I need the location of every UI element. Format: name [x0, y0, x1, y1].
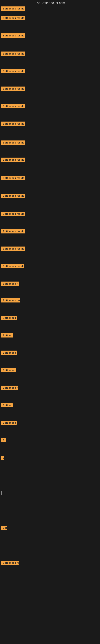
- bottleneck-item: Bottleneck result: [1, 212, 25, 217]
- bottleneck-item: Bottleneck: [1, 350, 17, 356]
- bottleneck-item: Bottleneck result: [1, 69, 25, 74]
- bottleneck-item: Bottleneck result: [1, 176, 25, 181]
- bottleneck-item: Bottleneck result: [1, 264, 24, 269]
- bottleneck-item: Bottleneck resu: [1, 298, 20, 303]
- bottleneck-item: Bottleneck result: [1, 16, 25, 21]
- bottleneck-item: Bottleneck result: [1, 86, 25, 92]
- bottleneck-item: Bottleneck: [1, 316, 17, 321]
- bottleneck-item: Bottlen: [1, 333, 13, 338]
- bottleneck-item: Bottleneck result: [1, 104, 25, 109]
- bottleneck-item: Bottleneck re: [1, 386, 18, 391]
- bottleneck-item: B: [1, 456, 4, 461]
- bottleneck-item: Bottler: [1, 403, 13, 408]
- bottleneck-item: Bottleneck result: [1, 140, 25, 146]
- bottleneck-item: Bot: [1, 526, 7, 531]
- bottleneck-item: Bottleneck r: [1, 282, 19, 286]
- bottleneck-item: |: [1, 491, 2, 495]
- bottleneck-item: Bottlenec: [1, 368, 16, 373]
- bottleneck-item: Bottleneck result: [1, 229, 25, 234]
- bottleneck-item: Bottleneck result: [1, 158, 25, 162]
- bottleneck-item: Bottleneck result: [1, 246, 25, 252]
- bottleneck-item: Bottleneck result: [1, 194, 25, 199]
- bottleneck-item: Bottleneck result: [1, 122, 25, 126]
- bottleneck-item: Bottleneck re: [1, 561, 19, 566]
- bottleneck-item: Bottleneck result: [1, 52, 25, 56]
- bottleneck-item: Bottleneck result: [1, 34, 25, 38]
- bottleneck-item: Bottleneck: [1, 420, 17, 426]
- bottleneck-item: Bottleneck result: [1, 6, 25, 12]
- bottleneck-item: B: [1, 438, 6, 443]
